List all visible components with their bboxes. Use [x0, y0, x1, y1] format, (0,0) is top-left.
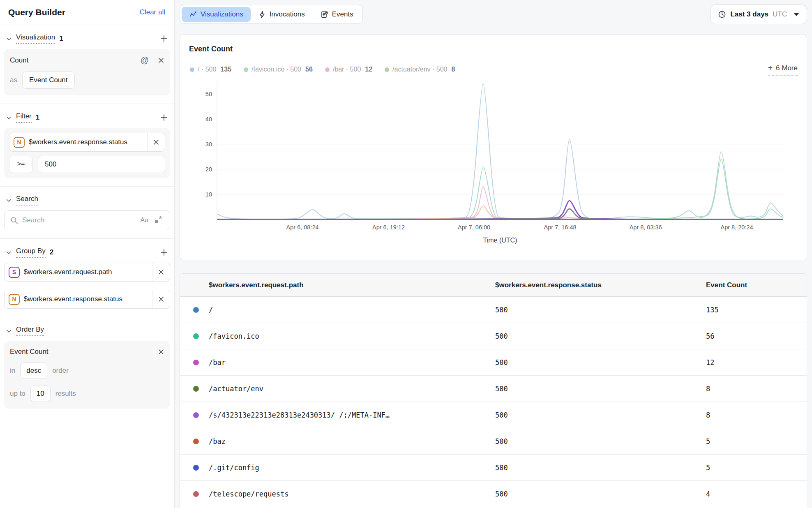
remove-filter-button[interactable] [147, 133, 165, 151]
add-visualization-button[interactable] [159, 34, 168, 43]
group-by-field-name: $workers.event.request.path [24, 268, 112, 276]
string-type-badge: S [9, 267, 20, 278]
tab-label: Visualizations [201, 10, 243, 18]
cell-path: /baz [209, 437, 226, 446]
chart-line-icon [189, 11, 197, 18]
add-filter-button[interactable] [159, 113, 168, 122]
cell-status: 500 [495, 385, 706, 393]
search-input[interactable] [22, 216, 134, 224]
remove-order-by-button[interactable] [158, 349, 164, 355]
series-color-dot [193, 360, 199, 365]
table-row[interactable]: /telescope/requests 500 4 [180, 481, 807, 507]
legend-item[interactable]: /actuator/env · 500 8 [385, 66, 455, 73]
filter-count: 1 [36, 113, 39, 122]
svg-text:20: 20 [205, 166, 212, 173]
group-by-field[interactable]: N $workers.event.response.status [4, 290, 170, 309]
match-case-icon[interactable]: Aa [140, 217, 148, 224]
legend-item[interactable]: /bar · 500 12 [325, 66, 372, 73]
legend-more-button[interactable]: + 6 More [768, 63, 798, 76]
chevron-down-icon[interactable] [6, 249, 12, 256]
filter-value-input[interactable]: 500 [38, 156, 165, 173]
cell-status: 500 [495, 437, 706, 446]
svg-text:Apr 6, 19:12: Apr 6, 19:12 [372, 224, 405, 231]
cell-status: 500 [495, 411, 706, 419]
visualization-count: 1 [59, 35, 63, 43]
series-color-dot [385, 67, 389, 72]
remove-group-by-button[interactable] [152, 290, 170, 308]
visualization-card: Count @ as Event Count [4, 49, 170, 95]
series-color-dot [193, 465, 199, 471]
series-color-dot [193, 412, 199, 418]
column-header-status: $workers.event.response.status [495, 281, 706, 289]
metric-name: Count [10, 56, 28, 65]
svg-text:30: 30 [205, 141, 212, 148]
group-by-field[interactable]: S $workers.event.request.path [4, 263, 170, 282]
clock-icon [718, 10, 726, 18]
cell-count: 4 [706, 490, 807, 498]
chevron-down-icon[interactable] [6, 197, 12, 203]
limit-input[interactable]: 10 [30, 386, 51, 402]
tab-visualizations[interactable]: Visualizations [182, 7, 251, 22]
cell-count: 12 [706, 358, 807, 367]
order-by-section: Order By Event Count in desc order up to… [0, 317, 174, 417]
chevron-down-icon[interactable] [6, 328, 12, 334]
regex-icon[interactable]: * [155, 216, 164, 224]
legend-item[interactable]: / · 500 135 [190, 66, 231, 73]
in-label: in [10, 367, 15, 375]
legend-item[interactable]: /favicon.ico · 500 56 [244, 66, 313, 73]
table-row[interactable]: / 500 135 [180, 297, 807, 323]
cell-count: 135 [706, 306, 807, 314]
chart-card: Event Count + 6 More / · 500 135 /favico… [180, 35, 807, 260]
table-row[interactable]: /s/432313e22313e28313e2430313/_/;/META-I… [180, 402, 807, 428]
order-by-card: Event Count in desc order up to 10 resul… [4, 341, 170, 409]
column-header-count: Event Count [706, 281, 807, 289]
series-color-dot [193, 333, 199, 339]
alias-input[interactable]: Event Count [22, 72, 75, 89]
plus-icon: + [768, 63, 773, 73]
cell-path: / [209, 306, 213, 314]
direction-select[interactable]: desc [20, 363, 47, 379]
number-type-badge: N [9, 294, 20, 305]
group-by-section-label: Group By [16, 247, 46, 258]
number-type-badge: N [14, 137, 25, 148]
clear-all-button[interactable]: Clear all [140, 8, 165, 16]
filter-operator-select[interactable]: >= [9, 156, 33, 173]
results-table-card: $workers.event.request.path $workers.eve… [180, 273, 807, 508]
svg-text:Apr 8, 20:24: Apr 8, 20:24 [721, 224, 753, 231]
remove-group-by-button[interactable] [152, 263, 170, 281]
visualization-section-label: Visualization [16, 33, 55, 44]
tab-events[interactable]: Events [313, 7, 361, 22]
table-row[interactable]: /bar 500 12 [180, 349, 807, 376]
document-icon [321, 11, 328, 18]
time-zone-label: UTC [773, 10, 787, 18]
add-group-by-button[interactable] [159, 248, 168, 257]
tab-label: Invocations [270, 10, 305, 18]
cell-path: /.git/config [209, 464, 259, 472]
search-icon [10, 217, 18, 224]
table-row[interactable]: /baz 500 5 [180, 428, 807, 455]
cell-count: 5 [706, 464, 807, 472]
tab-invocations[interactable]: Invocations [251, 7, 312, 22]
filter-field[interactable]: N $workers.event.response.status [9, 133, 165, 152]
table-row[interactable]: /favicon.ico 500 56 [180, 323, 807, 349]
as-label: as [10, 76, 17, 84]
chevron-down-icon[interactable] [6, 36, 12, 42]
order-by-field: Event Count [10, 348, 48, 356]
cell-count: 56 [706, 332, 807, 340]
view-tabs: Visualizations Invocations Events [180, 5, 363, 24]
column-header-path: $workers.event.request.path [180, 281, 495, 289]
chevron-down-icon[interactable] [6, 115, 12, 121]
svg-text:Apr 7, 06:00: Apr 7, 06:00 [458, 224, 490, 231]
remove-visualization-button[interactable] [158, 57, 164, 64]
cell-status: 500 [495, 490, 706, 498]
table-row[interactable]: /actuator/env 500 8 [180, 376, 807, 402]
time-range-picker[interactable]: Last 3 days UTC [710, 5, 807, 24]
event-count-chart: 1020304050Apr 6, 08:24Apr 6, 19:12Apr 7,… [189, 78, 800, 244]
table-row[interactable]: /.git/config 500 5 [180, 455, 807, 481]
cell-status: 500 [495, 464, 706, 472]
at-icon[interactable]: @ [141, 55, 149, 65]
search-section: Search Aa * [0, 187, 174, 238]
sidebar-header: Query Builder Clear all [0, 0, 174, 25]
filter-section-label: Filter [16, 112, 32, 123]
cell-count: 5 [706, 437, 807, 446]
